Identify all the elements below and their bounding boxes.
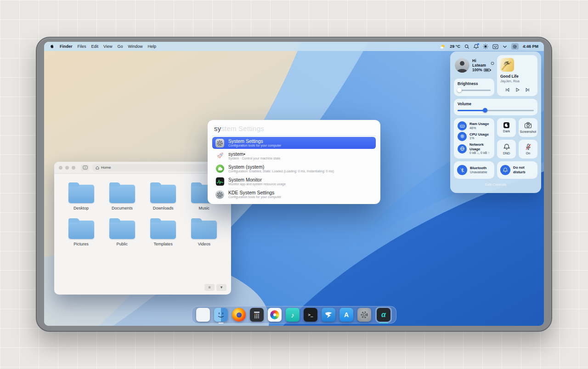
apple-menu[interactable] xyxy=(50,44,55,50)
folder-templates[interactable]: Templates xyxy=(143,218,184,246)
menu-clock[interactable]: 4:46 PM xyxy=(523,44,538,49)
user-block: Hi Lsteam 100% xyxy=(454,55,494,75)
close-button[interactable] xyxy=(59,166,62,170)
list-options-button[interactable]: ≡ xyxy=(204,284,215,291)
puzzle-icon xyxy=(215,164,225,174)
do-not-disturb-card[interactable]: Do not disturb xyxy=(497,161,537,179)
avatar[interactable] xyxy=(455,58,469,73)
menu-edit[interactable]: Edit xyxy=(91,44,99,49)
folder-label: Music xyxy=(199,206,210,210)
folder-videos[interactable]: Videos xyxy=(184,218,225,246)
menu-help[interactable]: Help xyxy=(147,44,156,49)
cpu-icon xyxy=(458,132,467,141)
menu-bar: Finder Files Edit View Go Window Help 29… xyxy=(44,42,544,51)
volume-slider[interactable] xyxy=(458,108,534,113)
finder-icon[interactable] xyxy=(214,308,228,322)
folder-public[interactable]: Public xyxy=(102,218,142,246)
dnd-bell-icon xyxy=(500,165,510,175)
result-title: System Settings xyxy=(228,138,281,144)
result-system-service[interactable]: System (system) Configuration: Enabled, … xyxy=(212,163,376,175)
next-track-button[interactable] xyxy=(525,87,530,92)
menu-window[interactable]: Window xyxy=(128,44,142,49)
track-title: Good Life xyxy=(500,74,534,79)
notifications-icon[interactable] xyxy=(474,44,479,49)
dnd-toggle[interactable]: DND xyxy=(497,140,516,159)
device-frame: Finder Files Edit View Go Window Help 29… xyxy=(36,37,552,332)
folder-label: Videos xyxy=(198,242,210,246)
folder-pictures[interactable]: Pictures xyxy=(61,218,102,246)
bell-icon xyxy=(503,143,510,150)
home-icon xyxy=(96,166,99,170)
screenshot-camera-icon xyxy=(524,122,532,129)
folder-desktop[interactable]: Desktop xyxy=(61,182,102,210)
folder-icon xyxy=(150,221,176,239)
result-system-settings[interactable]: System Settings Configuration tools for … xyxy=(212,137,376,149)
search-icon[interactable] xyxy=(464,44,469,49)
mic-toggle[interactable]: On xyxy=(519,140,537,159)
folder-downloads[interactable]: Downloads xyxy=(143,182,184,210)
menu-go[interactable]: Go xyxy=(117,44,123,49)
brightness-label: Brightness xyxy=(458,81,491,86)
terminal-icon[interactable]: >_ xyxy=(304,308,317,322)
calculator-icon[interactable] xyxy=(250,308,264,322)
stat-value: 1% xyxy=(469,136,489,141)
sort-dropdown-button[interactable]: ▾ xyxy=(216,284,226,291)
launchpad-icon[interactable] xyxy=(196,308,210,322)
search-completion: stem Settings xyxy=(221,125,264,132)
system-settings-dock-icon[interactable] xyxy=(357,308,371,322)
result-title: KDE System Settings xyxy=(228,190,281,196)
track-artist: JayJen, Roa xyxy=(500,79,534,83)
spotlight-search: system Settings System Settings Configur… xyxy=(208,120,380,204)
folder-documents[interactable]: Documents xyxy=(102,182,142,210)
folder-label: Downloads xyxy=(153,206,174,210)
dock: ♪ >_ A α xyxy=(192,306,396,324)
folder-label: Desktop xyxy=(74,206,89,210)
address-bar[interactable]: Home xyxy=(92,164,226,171)
quick-toggles: Dark Screenshot DND On xyxy=(497,118,537,159)
menu-view[interactable]: View xyxy=(103,44,112,49)
active-indicator xyxy=(379,323,388,324)
result-kde-system-settings[interactable]: KDE System Settings Configuration tools … xyxy=(212,188,376,200)
bluetooth-card[interactable]: Bluetooth Unavailable xyxy=(454,161,494,179)
power-icon[interactable] xyxy=(491,61,494,65)
weather-temp: 29 °C xyxy=(450,44,460,49)
folder-icon xyxy=(68,221,94,239)
result-title: system• xyxy=(228,151,280,157)
edit-controls-link[interactable]: Edit Controls xyxy=(454,182,537,187)
maximize-button[interactable] xyxy=(72,166,75,170)
file-manager-titlebar[interactable]: Home xyxy=(54,162,231,174)
file-manager-window: Home Desktop Documents xyxy=(54,162,231,295)
menu-files[interactable]: Files xyxy=(78,44,86,49)
photos-icon[interactable] xyxy=(268,308,282,322)
play-button[interactable] xyxy=(515,87,520,92)
folder-label: Public xyxy=(117,242,128,246)
brightness-icon[interactable] xyxy=(483,44,488,49)
previous-track-button[interactable] xyxy=(505,87,510,92)
screen: Finder Files Edit View Go Window Help 29… xyxy=(44,42,544,326)
app-store-icon[interactable]: A xyxy=(339,308,353,322)
screenshot-toggle[interactable]: Screenshot xyxy=(519,118,537,137)
greeting-text: Hi Lsteam xyxy=(472,58,489,68)
running-indicator xyxy=(219,323,224,324)
volume-label: Volume xyxy=(458,102,534,106)
input-method-icon[interactable] xyxy=(492,44,498,49)
toggle-label: Screenshot xyxy=(520,130,536,133)
menu-finder[interactable]: Finder xyxy=(60,44,73,49)
music-app-icon[interactable]: ♪ xyxy=(286,308,300,322)
result-subtitle: Configuration: Enabled, State: Loaded (L… xyxy=(228,170,334,173)
firefox-icon[interactable] xyxy=(232,308,246,322)
weather-icon[interactable] xyxy=(440,44,446,49)
result-system-monitor[interactable]: System Monitor Monitor app and system re… xyxy=(212,176,376,187)
rocket-icon xyxy=(215,151,225,161)
minimize-button[interactable] xyxy=(65,166,69,170)
dark-mode-toggle[interactable]: Dark xyxy=(497,118,516,137)
sidebar-toggle-button[interactable] xyxy=(81,165,89,171)
ram-usage-stat: Ram Usage 46% xyxy=(458,121,491,131)
brightness-slider[interactable] xyxy=(458,88,491,92)
falkon-icon[interactable] xyxy=(322,308,335,322)
settings-gear-icon[interactable] xyxy=(511,43,519,50)
alpha-app-icon[interactable]: α xyxy=(377,308,390,322)
search-input[interactable]: system Settings xyxy=(212,124,376,136)
result-system-command[interactable]: system• System · Control your machine st… xyxy=(212,150,376,162)
chevron-down-icon[interactable] xyxy=(503,45,507,48)
